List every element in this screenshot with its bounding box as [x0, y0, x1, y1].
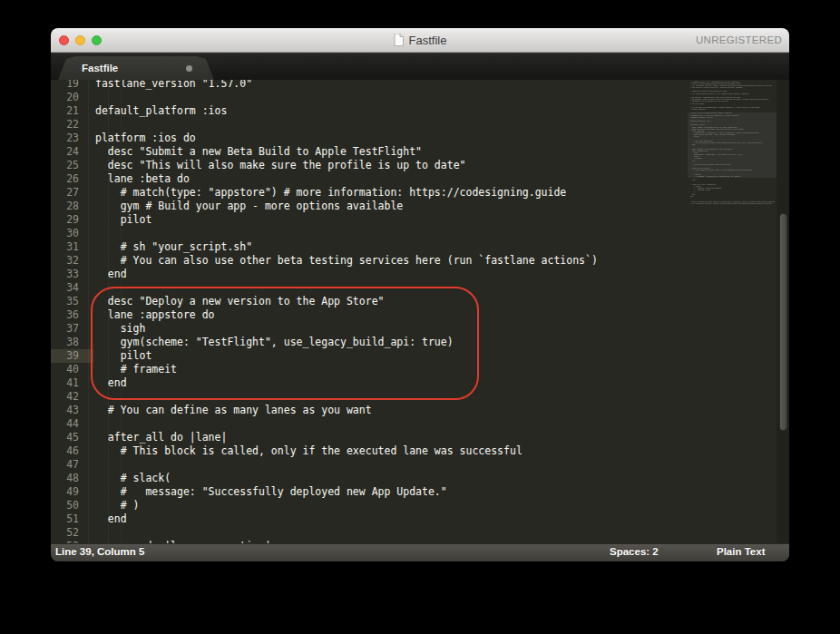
window-title: Fastfile — [409, 34, 447, 47]
line-number-gutter: 19 20 21 22 23 24 25 26 27 28 29 30 31 3… — [51, 80, 93, 543]
title-bar: Fastfile UNREGISTERED — [51, 28, 789, 53]
unregistered-label: UNREGISTERED — [696, 28, 782, 52]
window-title-group: Fastfile — [51, 28, 789, 52]
cursor-position-label: Line 39, Column 5 — [55, 546, 144, 557]
editor-area[interactable]: 19 20 21 22 23 24 25 26 27 28 29 30 31 3… — [51, 80, 789, 543]
syntax-setting-button[interactable]: Plain Text — [717, 546, 765, 557]
scrollbar-thumb[interactable] — [779, 213, 787, 431]
tab-bar: Fastfile — [51, 53, 789, 80]
tab-fastfile[interactable]: Fastfile — [58, 56, 214, 80]
minimap[interactable]: # Customise this file, documentation can… — [690, 81, 775, 235]
code-text[interactable]: fastlane_version "1.57.0" default_platfo… — [95, 80, 598, 543]
modified-dot-icon[interactable] — [186, 65, 192, 72]
sublime-text-window: Fastfile UNREGISTERED Fastfile 19 20 21 … — [51, 28, 789, 561]
desktop: { "window": { "title": "Fastfile", "regi… — [0, 0, 840, 634]
minimap-text: # Customise this file, documentation can… — [690, 81, 775, 205]
document-icon — [394, 34, 404, 46]
indent-setting-button[interactable]: Spaces: 2 — [610, 546, 659, 557]
tab-label: Fastfile — [82, 56, 118, 80]
status-bar: Line 39, Column 5 Spaces: 2 Plain Text — [51, 543, 789, 561]
